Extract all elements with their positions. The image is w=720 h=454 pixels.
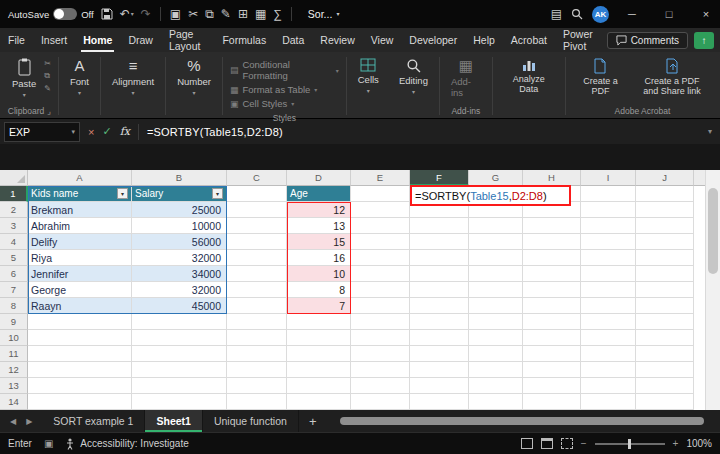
cell-salary[interactable]: 32000	[132, 250, 227, 266]
cell[interactable]	[581, 394, 636, 410]
name-box[interactable]: EXP ▾	[4, 122, 80, 142]
cell[interactable]	[227, 234, 287, 250]
cell[interactable]	[227, 202, 287, 218]
cell[interactable]	[636, 394, 694, 410]
cell[interactable]	[523, 362, 581, 378]
row-header-6[interactable]: 6	[0, 266, 28, 282]
redo-icon[interactable]: ↷	[141, 8, 151, 20]
cell[interactable]	[227, 314, 287, 330]
cell[interactable]	[351, 234, 410, 250]
normal-view-icon[interactable]	[521, 438, 533, 449]
cut-icon[interactable]: ✂	[188, 8, 198, 20]
col-header-d[interactable]: D	[287, 170, 351, 186]
editing-button[interactable]: Editing ▾	[393, 55, 434, 98]
col-header-g[interactable]: G	[469, 170, 523, 186]
cell-age[interactable]: 8	[287, 282, 351, 298]
cell[interactable]	[132, 314, 227, 330]
cell[interactable]	[636, 346, 694, 362]
cell-salary[interactable]: 25000	[132, 202, 227, 218]
cell[interactable]	[351, 346, 410, 362]
tab-view[interactable]: View	[363, 28, 402, 52]
cell[interactable]	[287, 378, 351, 394]
tab-formulas[interactable]: Formulas	[214, 28, 274, 52]
add-sheet-button[interactable]: +	[299, 410, 327, 432]
cell[interactable]	[410, 346, 469, 362]
cell[interactable]	[287, 330, 351, 346]
tab-insert[interactable]: Insert	[33, 28, 75, 52]
cell[interactable]	[227, 218, 287, 234]
cell[interactable]	[287, 346, 351, 362]
col-header-b[interactable]: B	[132, 170, 227, 186]
alignment-button[interactable]: ≡ Alignment ▾	[106, 55, 160, 99]
create-pdf-share-button[interactable]: Create a PDF and Share link	[630, 55, 714, 100]
cell[interactable]	[227, 346, 287, 362]
copy-icon[interactable]: ⧉	[205, 8, 214, 20]
cell[interactable]	[469, 250, 523, 266]
undo-icon[interactable]: ↶▾	[120, 8, 134, 20]
cell[interactable]	[636, 202, 694, 218]
cell-styles-button[interactable]: ▣ Cell Styles ▾	[230, 98, 339, 109]
scrollbar-thumb[interactable]	[708, 188, 718, 274]
row-header-13[interactable]: 13	[0, 378, 28, 394]
cell[interactable]	[132, 378, 227, 394]
copy-icon[interactable]: ⧉	[44, 71, 51, 81]
cell[interactable]	[523, 314, 581, 330]
cell[interactable]	[351, 314, 410, 330]
addins-button[interactable]: ▦ Add-ins	[445, 55, 487, 101]
sheet-tab-sort-example-1[interactable]: SORT example 1	[42, 410, 145, 432]
tab-draw[interactable]: Draw	[120, 28, 161, 52]
share-button[interactable]: ↑	[694, 32, 714, 49]
col-header-c[interactable]: C	[227, 170, 287, 186]
prev-sheet-icon[interactable]: ◀	[10, 417, 16, 426]
cell[interactable]	[581, 346, 636, 362]
cell[interactable]	[636, 378, 694, 394]
cell-name[interactable]: Jennifer	[28, 266, 132, 282]
cell[interactable]	[227, 250, 287, 266]
cell[interactable]	[523, 378, 581, 394]
zoom-out-button[interactable]: −	[581, 438, 587, 449]
cell[interactable]	[636, 330, 694, 346]
cell[interactable]	[581, 282, 636, 298]
cell[interactable]	[351, 282, 410, 298]
row-header-9[interactable]: 9	[0, 314, 28, 330]
row-header-4[interactable]: 4	[0, 234, 28, 250]
cell[interactable]	[410, 330, 469, 346]
cell[interactable]	[351, 202, 410, 218]
cell[interactable]	[351, 330, 410, 346]
cell[interactable]	[28, 378, 132, 394]
tab-file[interactable]: File	[0, 28, 33, 52]
row-header-10[interactable]: 10	[0, 330, 28, 346]
cell[interactable]	[351, 218, 410, 234]
cell-name[interactable]: Raayn	[28, 298, 132, 314]
tab-power-pivot[interactable]: Power Pivot	[555, 28, 607, 52]
cell-age[interactable]: 13	[287, 218, 351, 234]
cell[interactable]	[469, 314, 523, 330]
cell-age[interactable]: 16	[287, 250, 351, 266]
cell[interactable]	[227, 330, 287, 346]
cell[interactable]	[636, 234, 694, 250]
cancel-button[interactable]: ×	[88, 126, 94, 138]
cell-salary[interactable]: 10000	[132, 218, 227, 234]
expand-formula-bar-icon[interactable]: ▾	[708, 127, 712, 136]
cell[interactable]	[469, 298, 523, 314]
cell-name[interactable]: Abrahim	[28, 218, 132, 234]
cell-name[interactable]: Delify	[28, 234, 132, 250]
zoom-slider-thumb[interactable]	[628, 439, 631, 449]
cell[interactable]	[28, 346, 132, 362]
paste-button[interactable]: Paste ▾	[6, 55, 42, 101]
cell[interactable]	[351, 362, 410, 378]
dialog-launcher-icon[interactable]: ⌟	[47, 106, 51, 116]
page-break-view-icon[interactable]	[561, 438, 573, 449]
cell[interactable]	[410, 218, 469, 234]
cell[interactable]	[469, 394, 523, 410]
cell[interactable]	[287, 394, 351, 410]
cell[interactable]	[287, 314, 351, 330]
cell[interactable]	[351, 186, 410, 202]
cell[interactable]	[227, 298, 287, 314]
cell[interactable]	[469, 218, 523, 234]
clipboard-icon[interactable]: ▣	[170, 8, 181, 20]
cut-icon[interactable]: ✂	[44, 59, 51, 68]
cell[interactable]	[636, 266, 694, 282]
font-button[interactable]: A Font ▾	[64, 55, 95, 99]
cell[interactable]	[523, 330, 581, 346]
